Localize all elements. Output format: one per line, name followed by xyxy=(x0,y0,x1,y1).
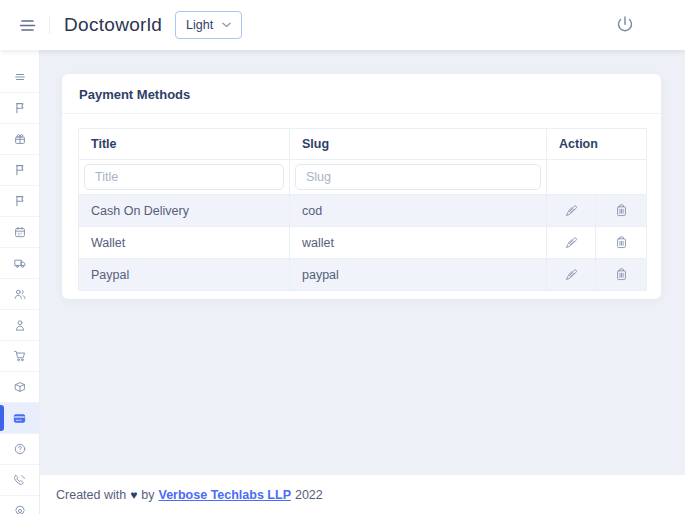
sidebar-item-4[interactable] xyxy=(0,186,39,217)
card-header: Payment Methods xyxy=(62,74,661,114)
app-brand: Doctoworld xyxy=(64,14,162,36)
package-icon xyxy=(13,380,27,394)
sidebar-item-13[interactable] xyxy=(0,465,39,496)
table-row: Paypal paypal xyxy=(79,259,647,291)
table-filter-row xyxy=(79,160,647,195)
column-header-action: Action xyxy=(547,129,647,160)
phone-icon xyxy=(13,473,27,487)
theme-select-label: Light xyxy=(186,18,213,32)
gift-icon xyxy=(13,132,27,146)
footer-text-by: by xyxy=(141,488,154,502)
cell-slug: paypal xyxy=(290,259,547,291)
payment-methods-card: Payment Methods Title Slug Action xyxy=(62,74,661,299)
sidebar-item-5[interactable] xyxy=(0,217,39,248)
table-row: Cash On Delivery cod xyxy=(79,195,647,227)
user-icon xyxy=(13,318,27,332)
sidebar-item-3[interactable] xyxy=(0,155,39,186)
table-header-row: Title Slug Action xyxy=(79,129,647,160)
sidebar-item-1[interactable] xyxy=(0,93,39,124)
help-icon xyxy=(13,442,27,456)
menu-toggle-button[interactable] xyxy=(19,19,36,32)
column-header-slug: Slug xyxy=(290,129,547,160)
header-divider xyxy=(49,16,50,34)
sidebar-item-10[interactable] xyxy=(0,372,39,403)
top-header: Doctoworld Light xyxy=(0,0,685,50)
cell-title: Paypal xyxy=(79,259,290,291)
sidebar-item-8[interactable] xyxy=(0,310,39,341)
sidebar-item-6[interactable] xyxy=(0,248,39,279)
sidebar-item-payment-methods[interactable] xyxy=(0,403,39,434)
flag-icon xyxy=(13,194,27,208)
sidebar-item-12[interactable] xyxy=(0,434,39,465)
hamburger-icon xyxy=(19,19,36,32)
list-icon xyxy=(13,70,27,84)
flag-icon xyxy=(13,163,27,177)
vendor-link[interactable]: Verbose Techlabs LLP xyxy=(159,488,291,502)
footer-text-prefix: Created with xyxy=(56,488,126,502)
delete-button[interactable] xyxy=(609,264,634,283)
settings-icon xyxy=(13,504,27,514)
cell-slug: wallet xyxy=(290,227,547,259)
sidebar-item-2[interactable] xyxy=(0,124,39,155)
page-title: Payment Methods xyxy=(79,87,190,102)
edit-button[interactable] xyxy=(559,200,584,219)
cell-slug: cod xyxy=(290,195,547,227)
trash-icon xyxy=(614,235,629,250)
truck-icon xyxy=(13,256,27,270)
calendar-icon xyxy=(13,225,27,239)
delete-button[interactable] xyxy=(609,232,634,251)
filter-action-empty-cell xyxy=(547,160,647,195)
sidebar-item-9[interactable] xyxy=(0,341,39,372)
credit-card-icon xyxy=(12,411,27,426)
sidebar-item-7[interactable] xyxy=(0,279,39,310)
page-footer: Created with ♥ by Verbose Techlabs LLP 2… xyxy=(40,474,685,514)
theme-select-button[interactable]: Light xyxy=(175,11,242,39)
title-filter-input[interactable] xyxy=(84,164,284,190)
sidebar-item-0[interactable] xyxy=(0,62,39,93)
chevron-down-icon xyxy=(222,22,231,28)
delete-button[interactable] xyxy=(609,200,634,219)
flag-icon xyxy=(13,101,27,115)
main-content: Payment Methods Title Slug Action xyxy=(40,50,685,474)
column-header-title: Title xyxy=(79,129,290,160)
pencil-icon xyxy=(564,203,579,218)
pencil-icon xyxy=(564,235,579,250)
power-icon xyxy=(614,14,636,36)
card-body: Title Slug Action xyxy=(62,114,661,299)
heart-icon: ♥ xyxy=(130,488,137,502)
logout-button[interactable] xyxy=(614,14,636,36)
trash-icon xyxy=(614,267,629,282)
pencil-icon xyxy=(564,267,579,282)
users-icon xyxy=(13,287,27,301)
slug-filter-input[interactable] xyxy=(295,164,541,190)
footer-year: 2022 xyxy=(295,488,323,502)
cell-title: Wallet xyxy=(79,227,290,259)
payment-methods-table: Title Slug Action xyxy=(78,128,647,291)
trash-icon xyxy=(614,203,629,218)
edit-button[interactable] xyxy=(559,264,584,283)
edit-button[interactable] xyxy=(559,232,584,251)
sidebar xyxy=(0,50,40,514)
cell-title: Cash On Delivery xyxy=(79,195,290,227)
table-row: Wallet wallet xyxy=(79,227,647,259)
sidebar-item-14[interactable] xyxy=(0,496,39,514)
cart-icon xyxy=(13,349,27,363)
